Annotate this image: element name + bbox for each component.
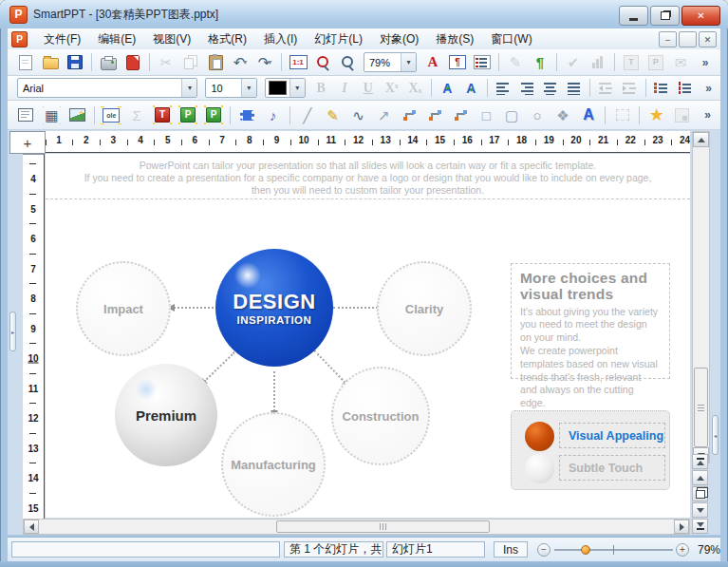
insert-textbox-button[interactable]	[14, 103, 38, 127]
insert-page-number-button[interactable]: P	[202, 103, 226, 127]
minimize-button[interactable]	[619, 6, 648, 26]
menu-item-edit[interactable]: 编辑(E)	[89, 29, 144, 49]
menu-item-play[interactable]: 播放(S)	[427, 29, 482, 49]
chevron-down-icon[interactable]: ▾	[181, 79, 196, 97]
slide-canvas[interactable]: PowerPoint can tailor your presentation …	[46, 154, 690, 518]
last-slide-button[interactable]	[692, 519, 708, 534]
menu-item-object[interactable]: 对象(O)	[371, 29, 427, 49]
node-clarity[interactable]: Clarity	[377, 261, 472, 356]
slide-browser-button[interactable]	[692, 486, 708, 501]
outline-view-button[interactable]	[471, 51, 494, 74]
insert-title-placeholder-button[interactable]: T	[151, 103, 175, 127]
draw-arrow-button[interactable]: ↗	[372, 103, 396, 127]
undo-button[interactable]: ↶▾	[229, 51, 252, 74]
connector-elbow-button[interactable]	[398, 103, 421, 127]
font-color-select[interactable]: ▾	[265, 78, 306, 98]
node-design-inspiration[interactable]: DESIGN INSPIRATION	[215, 249, 333, 367]
legend-box[interactable]: Visual Appealing Subtle Touch	[511, 410, 670, 490]
show-formatting-marks-button[interactable]: ¶	[529, 51, 551, 74]
zoom-out-button[interactable]: −	[537, 543, 551, 557]
chevron-down-icon[interactable]: ▾	[289, 79, 305, 97]
zoom-in-button[interactable]: +	[676, 543, 689, 557]
next-slide-button[interactable]	[692, 502, 708, 518]
restore-button[interactable]	[650, 6, 680, 26]
slide-intro-text[interactable]: PowerPoint can tailor your presentation …	[46, 160, 690, 197]
paragraph-settings-button[interactable]: ¶	[446, 51, 469, 74]
draw-rounded-rectangle-button[interactable]: ▢	[500, 103, 524, 127]
bullet-list-button[interactable]	[651, 77, 673, 100]
zoom-select[interactable]: 79%▾	[364, 52, 417, 72]
formatting-overflow-button[interactable]: »	[698, 77, 719, 100]
close-button[interactable]: ✕	[681, 6, 720, 26]
scroll-up-button[interactable]	[693, 132, 709, 147]
previous-slide-button[interactable]	[692, 470, 708, 485]
node-premium[interactable]: Premium	[115, 364, 217, 466]
align-left-button[interactable]	[493, 77, 514, 100]
menu-item-window[interactable]: 窗口(W)	[482, 29, 540, 49]
increase-font-size-button[interactable]: A	[437, 77, 458, 100]
numbered-list-button[interactable]	[674, 77, 696, 100]
redo-button[interactable]: ↷▾	[253, 51, 276, 74]
left-panel-expander[interactable]: ▸	[9, 312, 16, 351]
draw-curve-button[interactable]: ∿	[346, 103, 370, 127]
draw-rectangle-button[interactable]: □	[475, 103, 498, 127]
insert-wordart-button[interactable]: A	[577, 103, 601, 127]
menu-item-insert[interactable]: 插入(I)	[255, 29, 306, 49]
chevron-down-icon[interactable]: ▾	[241, 79, 256, 97]
menu-item-slideshow[interactable]: 幻灯片(L)	[306, 29, 371, 49]
scroll-left-button[interactable]	[24, 520, 39, 534]
insert-video-button[interactable]	[235, 103, 259, 127]
effects-button[interactable]: ★	[644, 103, 668, 127]
font-family-select[interactable]: Arial▾	[17, 78, 197, 98]
vertical-scrollbar[interactable]	[692, 131, 710, 463]
decrease-font-size-button[interactable]: A	[460, 77, 482, 100]
connector-zigzag-button[interactable]	[423, 103, 447, 127]
vertical-scrollbar-thumb[interactable]	[694, 368, 708, 447]
legend-label-subtle-touch[interactable]: Subtle Touch	[559, 455, 665, 481]
zoom-actual-size-button[interactable]: 1:1	[287, 51, 309, 74]
right-panel-expander[interactable]: ◂	[712, 415, 719, 455]
menu-item-format[interactable]: 格式(R)	[199, 29, 255, 49]
legend-label-visual-appealing[interactable]: Visual Appealing	[559, 423, 665, 448]
font-color-button[interactable]: A	[421, 51, 444, 74]
draw-freehand-button[interactable]: ✎	[321, 103, 345, 127]
paste-button[interactable]	[204, 51, 227, 74]
promo-textbox[interactable]: More choices and visual trends It's abou…	[511, 263, 670, 379]
insert-ole-object-button[interactable]: ole	[100, 103, 123, 127]
node-impact[interactable]: Impact	[76, 261, 171, 356]
document-restore-button[interactable]	[679, 31, 697, 47]
align-right-button[interactable]	[515, 77, 537, 100]
zoom-in-button[interactable]	[311, 51, 334, 74]
connector-curved-button[interactable]	[449, 103, 473, 127]
document-close-button[interactable]: ✕	[699, 31, 717, 47]
insert-picture-button[interactable]	[65, 103, 89, 127]
zoom-slider-thumb[interactable]	[581, 545, 590, 555]
insert-content-placeholder-button[interactable]: P	[177, 103, 200, 127]
document-minimize-button[interactable]: –	[659, 31, 677, 47]
menu-item-file[interactable]: 文件(F)	[35, 29, 89, 49]
save-button[interactable]	[64, 51, 86, 74]
node-construction[interactable]: Construction	[331, 367, 430, 465]
export-pdf-button[interactable]	[121, 51, 144, 74]
print-button[interactable]	[97, 51, 120, 74]
ruler-origin-button[interactable]: +	[9, 131, 46, 154]
scroll-right-button[interactable]	[674, 520, 689, 534]
node-manufacturing[interactable]: Manufacturing	[221, 412, 326, 517]
justify-button[interactable]	[563, 77, 585, 100]
zoom-out-button[interactable]	[336, 51, 359, 74]
draw-line-button[interactable]: ╱	[295, 103, 319, 127]
first-slide-button[interactable]	[692, 454, 708, 469]
draw-ellipse-button[interactable]: ○	[526, 103, 550, 127]
insert-audio-button[interactable]: ♪	[261, 103, 285, 127]
horizontal-scrollbar[interactable]	[23, 519, 690, 535]
standard-overflow-button[interactable]: »	[694, 51, 717, 74]
horizontal-scrollbar-thumb[interactable]	[276, 520, 490, 533]
new-document-button[interactable]	[14, 51, 37, 74]
chevron-down-icon[interactable]: ▾	[401, 53, 416, 71]
font-size-select[interactable]: 10▾	[205, 78, 256, 98]
insert-table-button[interactable]: ▦	[40, 103, 64, 127]
draw-basic-shapes-button[interactable]: ❖	[551, 103, 575, 127]
open-file-button[interactable]	[39, 51, 62, 74]
drawing-overflow-button[interactable]: »	[696, 103, 719, 127]
align-center-button[interactable]	[539, 77, 561, 100]
